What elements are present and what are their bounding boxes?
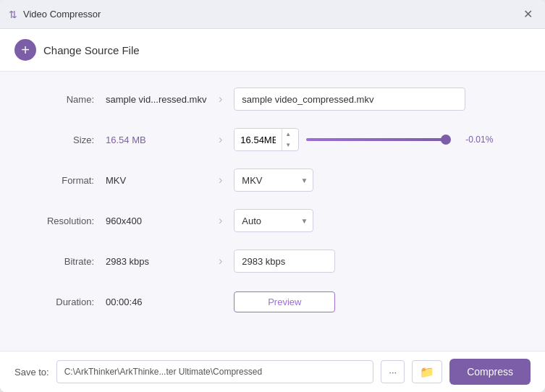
resolution-row: Resolution: 960x400 › Auto 1920x1080 128…	[29, 208, 516, 234]
size-slider[interactable]	[306, 132, 451, 147]
resolution-source-value: 960x400	[106, 216, 207, 226]
resolution-select[interactable]: Auto 1920x1080 1280x720 960x400 640x360	[234, 209, 313, 232]
size-arrow-icon: ›	[219, 133, 222, 146]
spinner-down-button[interactable]: ▼	[282, 140, 294, 150]
bitrate-source-value: 2983 kbps	[106, 256, 207, 267]
save-to-label: Save to:	[14, 367, 49, 378]
size-row: Size: 16.54 MB › ▲ ▼ -0.01%	[29, 127, 516, 153]
name-output-input[interactable]	[234, 88, 465, 111]
app-icon: ⇅	[9, 9, 17, 20]
save-path-input[interactable]	[56, 360, 374, 383]
title-bar: ⇅ Video Compressor ✕	[0, 0, 545, 29]
bitrate-label: Bitrate:	[29, 256, 94, 267]
name-source-value: sample vid...ressed.mkv	[106, 94, 207, 105]
format-arrow-icon: ›	[219, 174, 222, 187]
footer: Save to: ··· 📁 Compress	[0, 351, 545, 392]
compress-button[interactable]: Compress	[449, 359, 531, 385]
slider-fill	[306, 138, 449, 141]
format-source-value: MKV	[106, 175, 207, 186]
bitrate-row: Bitrate: 2983 kbps ›	[29, 248, 516, 274]
resolution-arrow-icon: ›	[219, 214, 222, 227]
size-source-value: 16.54 MB	[106, 135, 207, 145]
change-source-button[interactable]: + Change Source File	[14, 39, 140, 61]
folder-button[interactable]: 📁	[412, 360, 442, 383]
bitrate-arrow-icon: ›	[219, 255, 222, 268]
format-select[interactable]: MKV MP4 AVI MOV	[234, 169, 313, 192]
content-area: Name: sample vid...ressed.mkv › Size: 16…	[0, 72, 545, 351]
preview-button[interactable]: Preview	[234, 291, 335, 312]
close-button[interactable]: ✕	[519, 6, 536, 23]
bitrate-input[interactable]	[234, 250, 335, 273]
main-window: ⇅ Video Compressor ✕ + Change Source Fil…	[0, 0, 545, 392]
slider-thumb[interactable]	[441, 135, 451, 145]
format-select-wrapper: MKV MP4 AVI MOV ▼	[234, 169, 313, 192]
spinner-arrows: ▲ ▼	[282, 129, 294, 150]
name-label: Name:	[29, 94, 94, 105]
format-label: Format:	[29, 175, 94, 186]
name-arrow-icon: ›	[219, 93, 222, 106]
duration-value: 00:00:46	[106, 297, 207, 307]
size-spinner-input[interactable]	[235, 129, 282, 150]
folder-icon: 📁	[420, 365, 434, 379]
duration-label: Duration:	[29, 297, 94, 307]
size-controls: ▲ ▼ -0.01%	[234, 128, 516, 151]
size-label: Size:	[29, 135, 94, 145]
size-spinner: ▲ ▼	[234, 128, 299, 151]
spinner-up-button[interactable]: ▲	[282, 129, 294, 140]
resolution-select-wrapper: Auto 1920x1080 1280x720 960x400 640x360 …	[234, 209, 313, 232]
resolution-label: Resolution:	[29, 216, 94, 226]
name-row: Name: sample vid...ressed.mkv ›	[29, 86, 516, 112]
toolbar: + Change Source File	[0, 29, 545, 72]
change-source-label: Change Source File	[43, 44, 140, 56]
duration-row: Duration: 00:00:46 › Preview	[29, 289, 516, 315]
slider-track	[306, 138, 451, 141]
dots-button[interactable]: ···	[381, 360, 405, 383]
size-percent-label: -0.01%	[465, 135, 493, 145]
format-row: Format: MKV › MKV MP4 AVI MOV ▼	[29, 167, 516, 193]
plus-icon: +	[14, 39, 36, 61]
window-title: Video Compressor	[23, 9, 519, 20]
